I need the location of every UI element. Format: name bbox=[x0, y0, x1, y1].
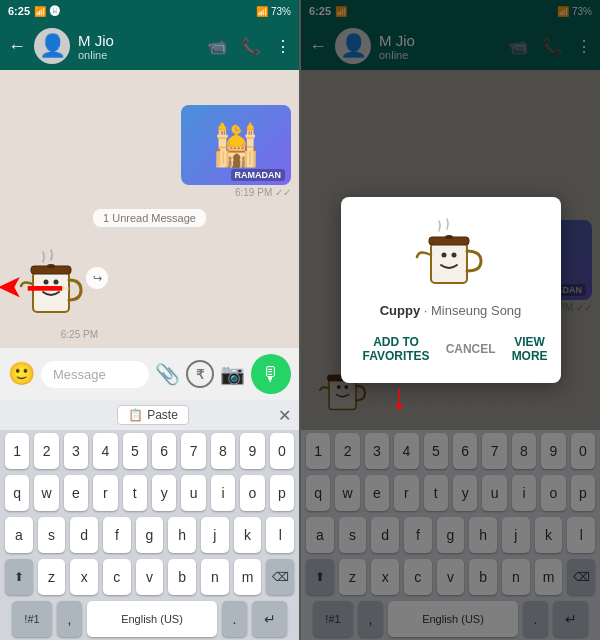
rupee-button[interactable]: ₹ bbox=[186, 360, 214, 388]
keyboard-top-bar: 📋 Paste ✕ bbox=[0, 400, 299, 430]
message-input[interactable]: Message bbox=[41, 361, 149, 388]
sticker-author: Minseung Song bbox=[431, 303, 521, 318]
video-call-icon[interactable]: 📹 bbox=[207, 37, 227, 56]
key-symbols[interactable]: !#1 bbox=[12, 601, 52, 637]
key-a[interactable]: a bbox=[5, 517, 33, 553]
forward-icon[interactable]: ↪ bbox=[86, 267, 108, 289]
key-f[interactable]: f bbox=[103, 517, 131, 553]
red-arrow-modal: ↓ bbox=[391, 379, 409, 415]
unread-divider: 1 Unread Message bbox=[8, 208, 291, 227]
key-q[interactable]: q bbox=[5, 475, 29, 511]
right-panel: 6:25 📶 📶 73% ← 👤 M Jio online 📹 📞 ⋮ 🕌 bbox=[301, 0, 600, 640]
key-shift[interactable]: ⬆ bbox=[5, 559, 33, 595]
modal-overlay[interactable]: ↓ bbox=[301, 0, 600, 640]
cancel-button[interactable]: CANCEL bbox=[440, 331, 502, 367]
key-i[interactable]: i bbox=[211, 475, 235, 511]
keyboard-close-icon[interactable]: ✕ bbox=[278, 406, 291, 425]
svg-point-12 bbox=[445, 235, 453, 239]
key-s[interactable]: s bbox=[38, 517, 66, 553]
add-to-favorites-button[interactable]: ADD TO FAVORITES bbox=[357, 331, 436, 367]
key-space[interactable]: English (US) bbox=[87, 601, 217, 637]
red-arrow-left: ➤ bbox=[0, 272, 21, 305]
view-more-button[interactable]: VIEW MORE bbox=[506, 331, 554, 367]
key-h[interactable]: h bbox=[168, 517, 196, 553]
status-bar-left: 6:25 📶 🅦 📶 73% bbox=[0, 0, 299, 22]
svg-rect-10 bbox=[431, 243, 467, 283]
modal-actions: ADD TO FAVORITES CANCEL VIEW MORE bbox=[357, 331, 545, 367]
key-w[interactable]: w bbox=[34, 475, 58, 511]
emoji-button[interactable]: 🙂 bbox=[8, 361, 35, 387]
key-c[interactable]: c bbox=[103, 559, 131, 595]
contact-name-left: M Jio bbox=[78, 32, 199, 49]
key-comma[interactable]: , bbox=[57, 601, 82, 637]
key-backspace[interactable]: ⌫ bbox=[266, 559, 294, 595]
key-u[interactable]: u bbox=[181, 475, 205, 511]
unread-label: 1 Unread Message bbox=[93, 209, 206, 227]
key-p[interactable]: p bbox=[270, 475, 294, 511]
key-z[interactable]: z bbox=[38, 559, 66, 595]
key-t[interactable]: t bbox=[123, 475, 147, 511]
avatar-left[interactable]: 👤 bbox=[34, 28, 70, 64]
key-x[interactable]: x bbox=[70, 559, 98, 595]
sticker-modal: Cuppy · Minseung Song ADD TO FAVORITES C… bbox=[341, 197, 561, 383]
key-7[interactable]: 7 bbox=[181, 433, 205, 469]
key-d[interactable]: d bbox=[70, 517, 98, 553]
svg-point-2 bbox=[47, 264, 55, 268]
key-k[interactable]: k bbox=[234, 517, 262, 553]
key-e[interactable]: e bbox=[64, 475, 88, 511]
keyboard-row-z: ⬆ z x c v b n m ⌫ bbox=[0, 556, 299, 598]
key-n[interactable]: n bbox=[201, 559, 229, 595]
msg-time-coffee: 6:25 PM bbox=[8, 327, 98, 340]
wa-icon: 🅦 bbox=[50, 6, 60, 17]
sticker-name: Cuppy bbox=[380, 303, 424, 318]
key-enter[interactable]: ↵ bbox=[252, 601, 287, 637]
key-4[interactable]: 4 bbox=[93, 433, 117, 469]
key-m[interactable]: m bbox=[234, 559, 262, 595]
more-options-icon[interactable]: ⋮ bbox=[275, 37, 291, 56]
keyboard-row-bottom: !#1 , English (US) . ↵ bbox=[0, 598, 299, 640]
attach-button[interactable]: 📎 bbox=[155, 362, 180, 386]
key-r[interactable]: r bbox=[93, 475, 117, 511]
key-0[interactable]: 0 bbox=[270, 433, 294, 469]
status-right: 📶 73% bbox=[256, 6, 291, 17]
key-v[interactable]: v bbox=[136, 559, 164, 595]
key-2[interactable]: 2 bbox=[34, 433, 58, 469]
modal-sticker-preview bbox=[411, 213, 491, 293]
key-8[interactable]: 8 bbox=[211, 433, 235, 469]
svg-point-14 bbox=[451, 253, 456, 258]
wifi-icon: 📶 bbox=[256, 6, 268, 17]
mic-button[interactable]: 🎙 bbox=[251, 354, 291, 394]
key-y[interactable]: y bbox=[152, 475, 176, 511]
chat-area-left: 🕌 RAMADAN 6:19 PM ✓✓ 1 Unread Message bbox=[0, 70, 299, 348]
clipboard-icon: 📋 bbox=[128, 408, 143, 422]
paste-button[interactable]: 📋 Paste bbox=[117, 405, 189, 425]
sticker-separator: · bbox=[424, 303, 431, 318]
key-g[interactable]: g bbox=[136, 517, 164, 553]
keyboard-row-q: q w e r t y u i o p bbox=[0, 472, 299, 514]
voice-call-icon[interactable]: 📞 bbox=[241, 37, 261, 56]
contact-info-left[interactable]: M Jio online bbox=[78, 32, 199, 61]
key-5[interactable]: 5 bbox=[123, 433, 147, 469]
key-3[interactable]: 3 bbox=[64, 433, 88, 469]
left-panel: 6:25 📶 🅦 📶 73% ← 👤 M Jio online 📹 📞 ⋮ bbox=[0, 0, 299, 640]
header-icons-left: 📹 📞 ⋮ bbox=[207, 37, 291, 56]
status-left: 6:25 📶 🅦 bbox=[8, 5, 60, 17]
key-9[interactable]: 9 bbox=[240, 433, 264, 469]
key-6[interactable]: 6 bbox=[152, 433, 176, 469]
key-l[interactable]: l bbox=[266, 517, 294, 553]
back-button[interactable]: ← bbox=[8, 36, 26, 57]
time-left: 6:25 bbox=[8, 5, 30, 17]
key-b[interactable]: b bbox=[168, 559, 196, 595]
key-1[interactable]: 1 bbox=[5, 433, 29, 469]
key-o[interactable]: o bbox=[240, 475, 264, 511]
key-j[interactable]: j bbox=[201, 517, 229, 553]
input-area-left: 🙂 Message 📎 ₹ 📷 🎙 bbox=[0, 348, 299, 400]
paste-label: Paste bbox=[147, 408, 178, 422]
ramadan-sticker: 🕌 RAMADAN bbox=[181, 105, 291, 185]
camera-button[interactable]: 📷 bbox=[220, 362, 245, 386]
battery-left: 73% bbox=[271, 6, 291, 17]
svg-point-13 bbox=[441, 253, 446, 258]
sticker-info: Cuppy · Minseung Song bbox=[357, 301, 545, 319]
key-period[interactable]: . bbox=[222, 601, 247, 637]
chat-header-left: ← 👤 M Jio online 📹 📞 ⋮ bbox=[0, 22, 299, 70]
